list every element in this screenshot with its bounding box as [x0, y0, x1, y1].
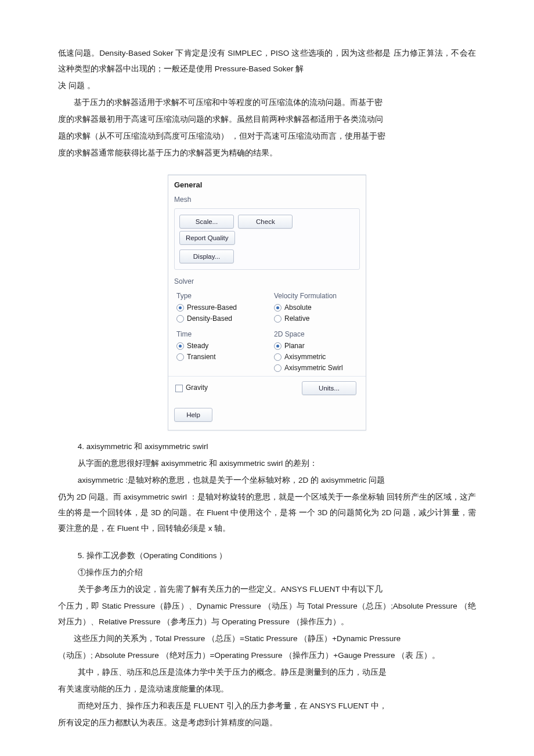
- document-page: 低速问题。Density-Based Soker 下肯定是没有 SIMPLEC，…: [0, 0, 534, 756]
- paragraph: axisymmetric :是轴对称的意思，也就是关于一个坐标轴对称，2D 的 …: [78, 472, 476, 488]
- radio-icon: [274, 342, 282, 350]
- paragraph: ①操作压力的介绍: [78, 565, 476, 580]
- paragraph: 度的求解器最初用于高速可压缩流动问题的求解。虽然目前两种求解器都适用于各类流动问: [58, 111, 476, 127]
- general-settings-panel: General Mesh Scale... Check Report Quali…: [168, 175, 366, 431]
- solver-group-label: Solver: [168, 274, 366, 288]
- solver-type-row: Type Pressure-Based Density-Based Veloci…: [168, 288, 366, 326]
- radio-icon: [274, 353, 282, 361]
- solver-time-row: Time Steady Transient 2D Space Planar: [168, 326, 366, 375]
- radio-icon: [176, 315, 184, 323]
- paragraph: 题的求解（从不可压缩流动到高度可压缩流动） ，但对于高速可压缩流动而言，使用基于…: [58, 128, 476, 144]
- paragraph: 而绝对压力、操作压力和表压是 FLUENT 引入的压力参考量，在 ANSYS F…: [58, 698, 476, 714]
- paragraph: 这些压力间的关系为，Total Pressure （总压）=Static Pre…: [58, 631, 476, 646]
- radio-icon: [274, 304, 282, 312]
- section-4-title: 4. axisymmetric 和 axisymmetric swirl: [78, 439, 476, 454]
- radio-steady[interactable]: Steady: [176, 341, 260, 352]
- gravity-label: Gravity: [186, 384, 208, 392]
- radio-icon: [274, 364, 282, 372]
- paragraph: 度的求解器通常能获得比基于压力的求解器更为精确的结果。: [58, 145, 476, 161]
- radio-relative[interactable]: Relative: [274, 313, 358, 324]
- gravity-row: Gravity Units...: [168, 376, 366, 401]
- radio-label: Transient: [187, 352, 216, 362]
- radio-icon: [176, 342, 184, 350]
- time-label: Time: [176, 330, 260, 339]
- radio-label: Density-Based: [187, 314, 232, 324]
- radio-icon: [274, 315, 282, 323]
- paragraph: 关于参考压力的设定，首先需了解有关压力的一些定义。ANSYS FLUENT 中有…: [78, 581, 476, 597]
- radio-absolute[interactable]: Absolute: [274, 302, 358, 313]
- radio-planar[interactable]: Planar: [274, 341, 358, 352]
- panel-title: General: [168, 175, 366, 193]
- paragraph: 低速问题。Density-Based Soker 下肯定是没有 SIMPLEC，…: [58, 45, 476, 77]
- section-5-title: 5. 操作工况参数（Operating Conditions ）: [78, 548, 476, 563]
- paragraph: 其中，静压、动压和总压是流体力学中关于压力的概念。静压是测量到的压力，动压是: [58, 664, 476, 680]
- radio-label: Axisymmetric Swirl: [284, 363, 343, 373]
- gravity-checkbox[interactable]: Gravity: [175, 383, 208, 393]
- paragraph: 所有设定的压力都默认为表压。这是考虑到计算精度的问题。: [58, 715, 476, 730]
- paragraph: 有关速度动能的压力，是流动速度能量的体现。: [58, 681, 476, 697]
- display-button[interactable]: Display...: [179, 249, 234, 263]
- paragraph: （动压）; Absolute Pressure （绝对压力）=Operating…: [58, 648, 476, 663]
- radio-icon: [176, 353, 184, 361]
- radio-label: Axisymmetric: [284, 352, 326, 362]
- scale-button[interactable]: Scale...: [179, 215, 234, 229]
- paragraph: 仍为 2D 问题。而 axisymmetric swirl ：是轴对称旋转的意思…: [58, 489, 476, 536]
- paragraph: 从字面的意思很好理解 axisymmetric 和 axisymmetric s…: [78, 455, 476, 471]
- radio-label: Absolute: [284, 303, 312, 313]
- radio-label: Pressure-Based: [187, 303, 237, 313]
- help-button[interactable]: Help: [174, 408, 212, 422]
- paragraph: 个压力，即 Static Pressure（静压）、Dynamic Pressu…: [58, 598, 476, 630]
- radio-transient[interactable]: Transient: [176, 352, 260, 363]
- paragraph: 决 问题 。: [58, 78, 476, 93]
- type-label: Type: [176, 291, 260, 301]
- radio-icon: [176, 304, 184, 312]
- check-button[interactable]: Check: [238, 215, 293, 229]
- radio-pressure-based[interactable]: Pressure-Based: [176, 302, 260, 313]
- paragraph: 基于压力的求解器适用于求解不可压缩和中等程度的可压缩流体的流动问题。而基于密: [58, 95, 476, 110]
- mesh-group-label: Mesh: [168, 193, 366, 206]
- checkbox-icon: [175, 385, 183, 392]
- velocity-label: Velocity Formulation: [274, 291, 358, 301]
- report-quality-button[interactable]: Report Quality: [179, 231, 235, 245]
- radio-label: Planar: [284, 341, 305, 351]
- radio-density-based[interactable]: Density-Based: [176, 313, 260, 324]
- radio-label: Relative: [284, 314, 309, 324]
- radio-label: Steady: [187, 341, 208, 351]
- help-row: Help: [168, 401, 366, 430]
- radio-axisymmetric[interactable]: Axisymmetric: [274, 352, 358, 363]
- units-button[interactable]: Units...: [302, 381, 356, 395]
- radio-axisymmetric-swirl[interactable]: Axisymmetric Swirl: [274, 363, 358, 374]
- mesh-group: Scale... Check Report Quality Display...: [174, 208, 360, 270]
- space-label: 2D Space: [274, 330, 358, 339]
